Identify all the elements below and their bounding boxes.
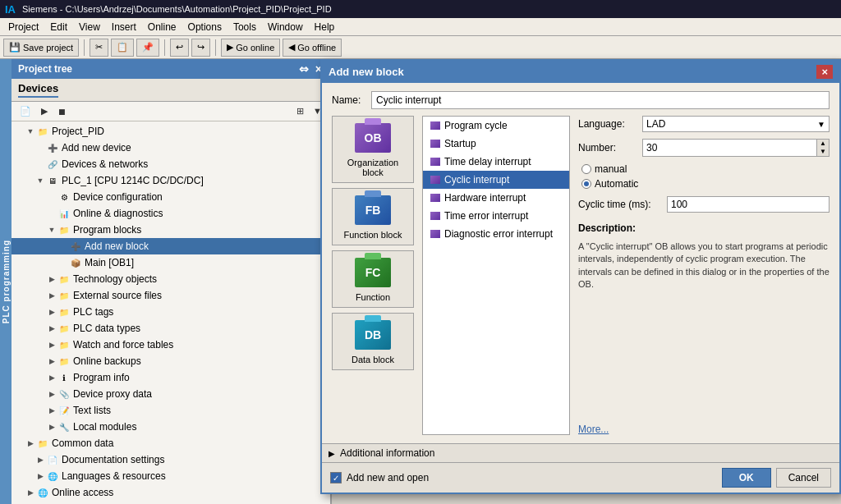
add-open-checkbox[interactable]	[330, 472, 342, 483]
menu-window[interactable]: Window	[263, 20, 308, 34]
language-row: Language: LAD ▼	[578, 116, 830, 132]
fb-block-button[interactable]: FB Function block	[332, 188, 414, 245]
dialog-title: Add new block	[329, 66, 404, 78]
tree-icon-plc-tags: 📁	[57, 305, 71, 318]
devices-tab-label[interactable]: Devices	[18, 82, 58, 98]
interrupt-item-time-error[interactable]: Time error interrupt	[423, 207, 569, 225]
tree-item-device-proxy-data[interactable]: ▶📎Device proxy data	[11, 386, 330, 402]
tree-item-plc1[interactable]: ▼🖥PLC_1 [CPU 1214C DC/DC/DC]	[11, 172, 330, 189]
language-select[interactable]: LAD ▼	[642, 116, 830, 132]
tree-item-tech-objects[interactable]: ▶📁Technology objects	[11, 271, 330, 287]
tree-label-text-lists: Text lists	[73, 405, 111, 416]
copy-button[interactable]: 📋	[111, 39, 134, 57]
menu-project[interactable]: Project	[3, 20, 44, 34]
spinbox-down-button[interactable]: ▼	[817, 148, 829, 156]
ok-button[interactable]: OK	[722, 468, 771, 488]
tree-item-online-backups[interactable]: ▶📁Online backups	[11, 353, 330, 369]
more-link[interactable]: More...	[578, 424, 830, 435]
interrupt-item-program-cycle[interactable]: Program cycle	[423, 117, 569, 135]
dialog-close-button[interactable]: ×	[816, 65, 833, 79]
go-online-button[interactable]: ▶ Go online	[221, 39, 280, 57]
cut-button[interactable]: ✂	[90, 39, 108, 57]
number-input[interactable]	[642, 139, 816, 157]
fc-icon-container: FC	[353, 256, 393, 289]
interrupt-item-cyclic[interactable]: Cyclic interrupt	[423, 171, 569, 189]
save-project-button[interactable]: 💾 Save project	[3, 39, 79, 57]
name-input[interactable]	[371, 91, 830, 109]
tree-item-devices-networks[interactable]: 🔗Devices & networks	[11, 156, 330, 172]
tree-item-online-diagnostics[interactable]: 📊Online & diagnostics	[11, 205, 330, 222]
ob-block-button[interactable]: OB Organization block	[332, 116, 414, 183]
number-label: Number:	[578, 142, 636, 153]
tree-item-main-ob1[interactable]: 📦Main [OB1]	[11, 254, 330, 271]
menu-insert[interactable]: Insert	[107, 20, 141, 34]
tree-label-add-new-device: Add new device	[62, 142, 131, 153]
tree-icon-device-config: ⚙	[57, 190, 71, 204]
project-tree-title: Project tree	[18, 63, 72, 75]
cyclic-time-input[interactable]	[667, 196, 830, 213]
tree-item-plc-data-types[interactable]: ▶📁PLC data types	[11, 320, 330, 337]
stop-button[interactable]: ⏹	[54, 104, 70, 118]
menu-view[interactable]: View	[74, 20, 105, 34]
automatic-radio-button[interactable]	[581, 179, 591, 189]
tree-icon-online-diagnostics: 📊	[57, 207, 71, 220]
manual-radio-button[interactable]	[581, 164, 591, 174]
menu-help[interactable]: Help	[310, 20, 340, 34]
tree-label-local-modules: Local modules	[73, 421, 136, 433]
play-button[interactable]: ▶	[38, 104, 51, 118]
tree-item-program-blocks[interactable]: ▼📁Program blocks	[11, 222, 330, 238]
menu-online[interactable]: Online	[143, 20, 182, 34]
undo-button[interactable]: ↩	[170, 39, 189, 57]
interrupt-item-startup[interactable]: Startup	[423, 135, 569, 153]
tree-item-languages-resources[interactable]: ▶🌐Languages & resources	[11, 468, 330, 484]
manual-radio-row[interactable]: manual	[581, 163, 830, 175]
interrupt-item-diagnostic[interactable]: Diagnostic error interrupt	[423, 225, 569, 243]
tree-item-text-lists[interactable]: ▶📝Text lists	[11, 402, 330, 419]
new-item-button[interactable]: 📄	[16, 104, 34, 118]
tree-item-external-source-files[interactable]: ▶📁External source files	[11, 287, 330, 304]
interrupt-item-hardware[interactable]: Hardware interrupt	[423, 189, 569, 207]
tree-item-online-access[interactable]: ▶🌐Online access	[11, 484, 330, 501]
cancel-button[interactable]: Cancel	[776, 468, 831, 488]
fb-label: Function block	[344, 230, 402, 240]
redo-button[interactable]: ↪	[191, 39, 210, 57]
additional-info-bar[interactable]: ▶ Additional information	[322, 443, 839, 462]
tree-icon-text-lists: 📝	[57, 404, 71, 417]
automatic-label: Automatic	[595, 178, 638, 190]
devices-tab-bar: Devices	[11, 79, 330, 102]
tree-item-project-pid[interactable]: ▼📁Project_PID	[11, 123, 330, 140]
tree-icon-devices-networks: 🔗	[46, 158, 59, 171]
interrupt-icon-cyclic	[430, 174, 441, 186]
menu-tools[interactable]: Tools	[228, 20, 261, 34]
tree-item-add-new-device[interactable]: ➕Add new device	[11, 140, 330, 156]
tree-item-plc-tags[interactable]: ▶📁PLC tags	[11, 304, 330, 320]
expand-icon[interactable]: ⇔	[297, 62, 310, 76]
block-types-area: OB Organization block FB Function block	[332, 116, 830, 435]
tree-label-tech-objects: Technology objects	[73, 273, 157, 285]
tree-item-add-new-block[interactable]: ➕Add new block	[11, 238, 330, 254]
spinbox-up-button[interactable]: ▲	[817, 140, 829, 148]
menu-edit[interactable]: Edit	[45, 20, 72, 34]
db-block-button[interactable]: DB Data block	[332, 313, 414, 370]
automatic-radio-row[interactable]: Automatic	[581, 178, 830, 190]
paste-button[interactable]: 📌	[136, 39, 159, 57]
tree-item-common-data[interactable]: ▶📁Common data	[11, 435, 330, 451]
tree-item-card-reader[interactable]: ▶💳Card Reader/USB memory	[11, 501, 330, 504]
tree-item-program-info[interactable]: ▶ℹProgram info	[11, 369, 330, 386]
go-offline-button[interactable]: ◀ Go offline	[283, 39, 342, 57]
tree-item-doc-settings[interactable]: ▶📄Documentation settings	[11, 451, 330, 468]
manual-label: manual	[595, 163, 627, 175]
tree-label-device-proxy-data: Device proxy data	[73, 388, 152, 400]
tree-item-local-modules[interactable]: ▶🔧Local modules	[11, 419, 330, 435]
tree-item-device-config[interactable]: ⚙Device configuration	[11, 189, 330, 205]
tree-icon-online-backups: 📁	[57, 355, 71, 368]
go-online-label: Go online	[236, 43, 274, 53]
tree-item-watch-force[interactable]: ▶📁Watch and force tables	[11, 337, 330, 353]
number-mode-radio-group: manual Automatic	[578, 163, 830, 190]
name-row: Name:	[332, 91, 830, 109]
menu-options[interactable]: Options	[183, 20, 227, 34]
interrupt-item-time-delay[interactable]: Time delay interrupt	[423, 153, 569, 171]
grid-view-button[interactable]: ⊞	[293, 104, 307, 118]
fc-block-button[interactable]: FC Function	[332, 250, 414, 308]
dialog-wrapper: Add new block × Name: OB	[320, 59, 841, 504]
